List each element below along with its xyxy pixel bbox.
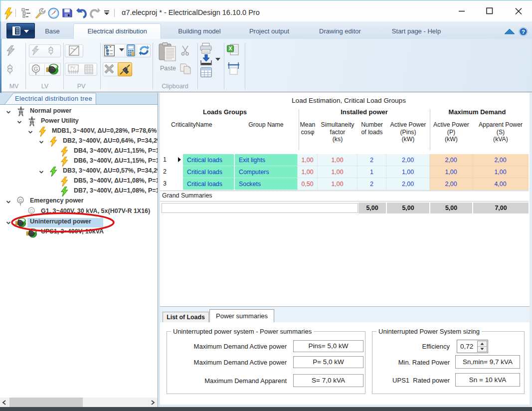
svg-text:?: ?	[522, 29, 525, 35]
svg-text:PV: PV	[70, 66, 75, 69]
svg-text:G: G	[34, 66, 38, 72]
svg-text:X: X	[228, 45, 232, 51]
